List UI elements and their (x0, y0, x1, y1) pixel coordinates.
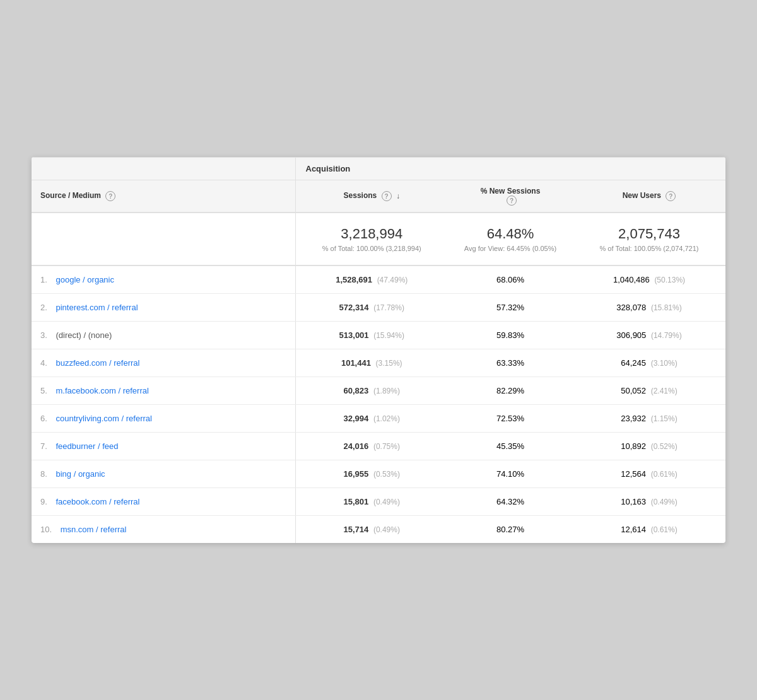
table-row: 2. pinterest.com / referral 572,314 (17.… (32, 294, 725, 322)
source-link[interactable]: feedburner / feed (56, 441, 118, 451)
new-sessions-cell: 59.83% (448, 322, 573, 349)
row-number: 3. (40, 330, 47, 340)
sessions-value: 32,994 (344, 414, 369, 423)
new-sessions-cell: 64.32% (448, 488, 573, 516)
source-link[interactable]: pinterest.com / referral (56, 303, 138, 312)
new-users-cell: 1,040,486 (50.13%) (573, 265, 725, 294)
totals-new-users-value: 2,075,743 (582, 226, 717, 242)
new-sessions-value: 80.27% (496, 525, 524, 534)
totals-new-sessions-cell: 64.48% Avg for View: 64.45% (0.05%) (448, 213, 573, 265)
new-sessions-help-icon[interactable]: ? (507, 195, 517, 206)
sessions-pct: (47.49%) (377, 276, 408, 284)
new-sessions-value: 74.10% (496, 469, 524, 479)
row-number: 2. (40, 303, 47, 312)
totals-new-users-cell: 2,075,743 % of Total: 100.05% (2,074,721… (573, 213, 725, 265)
sessions-pct: (15.94%) (373, 331, 404, 340)
sessions-value: 60,823 (344, 386, 369, 395)
row-number: 4. (40, 358, 47, 368)
row-number: 10. (40, 525, 52, 534)
new-users-value: 328,078 (616, 303, 646, 312)
sessions-pct: (0.49%) (373, 525, 400, 534)
new-users-label: New Users (623, 191, 661, 200)
table-row: 6. countryliving.com / referral 32,994 (… (32, 405, 725, 433)
new-users-pct: (50.13%) (654, 276, 685, 284)
source-medium-header-empty (32, 158, 295, 180)
new-users-value: 50,052 (621, 386, 646, 395)
sessions-label: Sessions (344, 191, 377, 200)
new-sessions-value: 45.35% (496, 441, 524, 451)
new-users-cell: 50,052 (2.41%) (573, 377, 725, 405)
sessions-cell: 60,823 (1.89%) (295, 377, 448, 405)
row-number: 1. (40, 275, 47, 284)
table-row: 7. feedburner / feed 24,016 (0.75%) 45.3… (32, 433, 725, 460)
totals-new-users-sub: % of Total: 100.05% (2,074,721) (582, 245, 717, 252)
source-medium-col-header: Source / Medium ? (32, 180, 295, 213)
source-cell: 1. google / organic (32, 265, 295, 294)
new-sessions-label: % New Sessions (481, 187, 541, 195)
source-medium-label: Source / Medium (40, 191, 101, 200)
sessions-value: 1,528,691 (336, 275, 372, 284)
new-users-col-header: New Users ? (573, 180, 725, 213)
new-users-pct: (2.41%) (651, 387, 678, 395)
sessions-value: 101,441 (341, 358, 371, 368)
new-sessions-value: 68.06% (496, 275, 524, 284)
new-users-pct: (0.61%) (651, 470, 678, 479)
source-cell: 6. countryliving.com / referral (32, 405, 295, 433)
table-row: 5. m.facebook.com / referral 60,823 (1.8… (32, 377, 725, 405)
source-link[interactable]: msn.com / referral (61, 525, 127, 534)
source-link[interactable]: m.facebook.com / referral (56, 386, 148, 395)
new-users-value: 23,932 (621, 414, 646, 423)
source-link[interactable]: countryliving.com / referral (56, 414, 151, 423)
new-users-cell: 306,905 (14.79%) (573, 322, 725, 349)
source-medium-help-icon[interactable]: ? (105, 191, 115, 201)
totals-new-sessions-sub: Avg for View: 64.45% (0.05%) (457, 245, 564, 252)
sessions-pct: (1.02%) (373, 414, 400, 423)
new-users-pct: (3.10%) (651, 359, 678, 368)
row-number: 8. (40, 469, 47, 479)
totals-sessions-value: 3,218,994 (305, 226, 440, 242)
totals-sessions-cell: 3,218,994 % of Total: 100.00% (3,218,994… (295, 213, 448, 265)
new-users-cell: 10,892 (0.52%) (573, 433, 725, 460)
source-cell: 8. bing / organic (32, 460, 295, 488)
row-number: 5. (40, 386, 47, 395)
sessions-pct: (3.15%) (376, 359, 402, 368)
new-users-help-icon[interactable]: ? (666, 191, 676, 201)
sessions-pct: (0.49%) (373, 498, 400, 506)
table-row: 4. buzzfeed.com / referral 101,441 (3.15… (32, 349, 725, 377)
source-cell: 5. m.facebook.com / referral (32, 377, 295, 405)
new-users-value: 12,614 (621, 525, 646, 534)
new-users-pct: (0.61%) (651, 525, 678, 534)
sessions-help-icon[interactable]: ? (382, 191, 392, 201)
sessions-cell: 15,801 (0.49%) (295, 488, 448, 516)
new-users-value: 1,040,486 (613, 275, 650, 284)
source-cell: 3. (direct) / (none) (32, 322, 295, 349)
new-users-cell: 23,932 (1.15%) (573, 405, 725, 433)
new-users-pct: (1.15%) (651, 414, 678, 423)
table-row: 3. (direct) / (none) 513,001 (15.94%) 59… (32, 322, 725, 349)
new-users-value: 306,905 (616, 330, 646, 340)
source-link[interactable]: facebook.com / referral (56, 497, 139, 506)
source-text: (direct) / (none) (56, 330, 112, 340)
sessions-value: 15,801 (344, 497, 369, 506)
sessions-cell: 16,955 (0.53%) (295, 460, 448, 488)
new-sessions-cell: 74.10% (448, 460, 573, 488)
sessions-value: 513,001 (339, 330, 369, 340)
source-link[interactable]: bing / organic (56, 469, 105, 479)
sessions-value: 16,955 (344, 469, 369, 479)
source-cell: 9. facebook.com / referral (32, 488, 295, 516)
sessions-cell: 32,994 (1.02%) (295, 405, 448, 433)
source-link[interactable]: google / organic (56, 275, 114, 284)
sessions-pct: (0.75%) (373, 442, 400, 451)
new-sessions-value: 82.29% (496, 386, 524, 395)
sessions-sort-arrow: ↓ (396, 192, 400, 201)
source-link[interactable]: buzzfeed.com / referral (56, 358, 139, 368)
totals-sessions-sub: % of Total: 100.00% (3,218,994) (305, 245, 440, 252)
totals-new-sessions-value: 64.48% (457, 226, 564, 242)
source-cell: 7. feedburner / feed (32, 433, 295, 460)
new-sessions-value: 57.32% (496, 303, 524, 312)
table-row: 9. facebook.com / referral 15,801 (0.49%… (32, 488, 725, 516)
new-sessions-cell: 63.33% (448, 349, 573, 377)
new-sessions-value: 64.32% (496, 497, 524, 506)
new-sessions-cell: 72.53% (448, 405, 573, 433)
acquisition-header: Acquisition (295, 158, 725, 180)
